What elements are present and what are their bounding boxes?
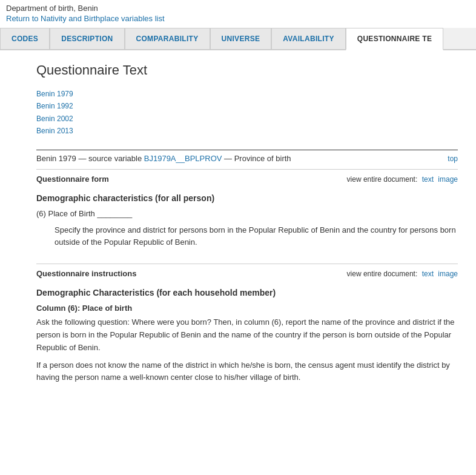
form-label: Questionnaire form <box>36 174 109 184</box>
col6-title: Column (6): Place of birth <box>36 304 458 313</box>
questionnaire-instructions-subsection: Questionnaire instructions view entire d… <box>36 264 458 384</box>
instructions-view-links: view entire document: text image <box>347 270 458 278</box>
specify-text: Specify the province and district for pe… <box>55 224 458 250</box>
form-subsection-header: Questionnaire form view entire document:… <box>36 169 458 187</box>
tab-bar: CODES DESCRIPTION COMPARABILITY UNIVERSE… <box>0 28 476 50</box>
tab-comparability[interactable]: COMPARABILITY <box>125 28 210 49</box>
view-entire-label: view entire document: <box>347 175 418 184</box>
place-of-birth-line: (6) Place of Birth ________ <box>36 209 458 218</box>
source-header-after: — Province of birth <box>222 154 291 163</box>
instructions-para1: Ask the following question: Where were y… <box>36 316 458 354</box>
instructions-text-link[interactable]: text <box>422 270 434 278</box>
form-view-links: view entire document: text image <box>347 175 458 184</box>
instructions-para2: If a person does not know the name of th… <box>36 359 458 385</box>
tab-description[interactable]: DESCRIPTION <box>50 28 124 49</box>
tab-universe[interactable]: UNIVERSE <box>210 28 272 49</box>
year-link-2013[interactable]: Benin 2013 <box>36 125 458 137</box>
tab-availability[interactable]: AVAILABILITY <box>271 28 345 49</box>
form-text-link[interactable]: text <box>422 175 434 184</box>
return-link[interactable]: Return to Nativity and Birthplace variab… <box>6 14 470 23</box>
main-content: Questionnaire Text Benin 1979 Benin 1992… <box>0 50 476 411</box>
form-image-link[interactable]: image <box>438 175 458 184</box>
source-section-header: Benin 1979 — source variable BJ1979A__BP… <box>36 150 458 163</box>
source-header-title: Benin 1979 — source variable BJ1979A__BP… <box>36 154 291 163</box>
tab-codes[interactable]: CODES <box>0 28 50 49</box>
demographic-title: Demographic characteristics (for all per… <box>36 193 458 203</box>
top-link[interactable]: top <box>448 154 458 163</box>
source-var-link[interactable]: BJ1979A__BPLPROV <box>144 154 222 163</box>
instructions-image-link[interactable]: image <box>438 270 458 278</box>
year-link-2002[interactable]: Benin 2002 <box>36 113 458 125</box>
top-bar: Department of birth, Benin Return to Nat… <box>0 0 476 25</box>
tab-questionnaire[interactable]: QUESTIONNAIRE TE <box>346 28 443 50</box>
year-link-1992[interactable]: Benin 1992 <box>36 100 458 112</box>
source-header-before: Benin 1979 — source variable <box>36 154 144 163</box>
page-title: Questionnaire Text <box>36 62 458 78</box>
instructions-label: Questionnaire instructions <box>36 269 136 278</box>
breadcrumb: Department of birth, Benin <box>6 4 98 13</box>
questionnaire-form-subsection: Questionnaire form view entire document:… <box>36 169 458 250</box>
instructions-demographic-title: Demographic Characteristics (for each ho… <box>36 288 458 297</box>
instr-view-label: view entire document: <box>347 270 418 278</box>
year-links-list: Benin 1979 Benin 1992 Benin 2002 Benin 2… <box>36 88 458 138</box>
year-link-1979[interactable]: Benin 1979 <box>36 88 458 100</box>
instructions-subsection-header: Questionnaire instructions view entire d… <box>36 264 458 282</box>
